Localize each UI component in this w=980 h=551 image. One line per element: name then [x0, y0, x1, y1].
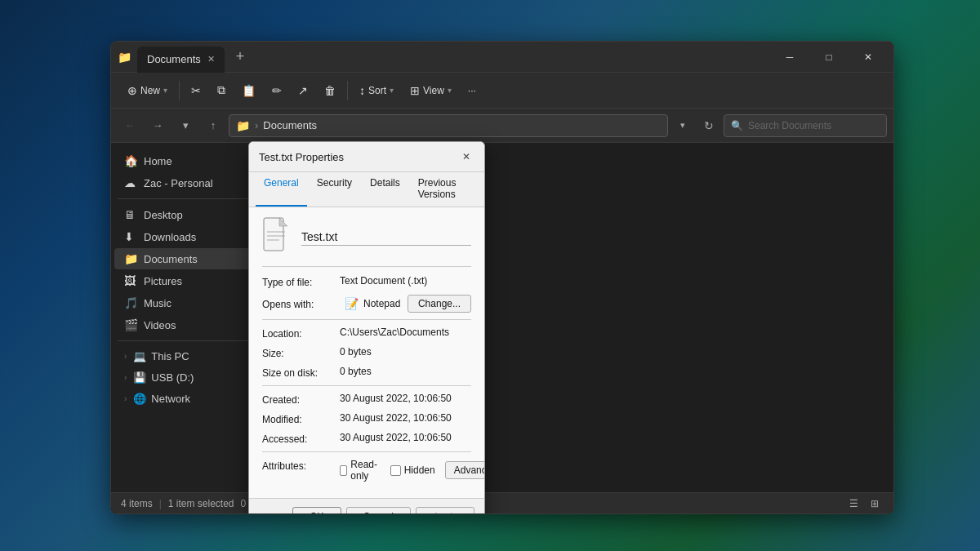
prop-row-created: Created: 30 August 2022, 10:06:50 — [262, 393, 471, 406]
dialog-content: Test.txt Type of file: Text Document (.t… — [249, 207, 484, 498]
hidden-label: Hidden — [404, 464, 435, 476]
attributes-row: Read-only Hidden Advanced... — [340, 459, 485, 482]
file-preview-icon — [262, 217, 292, 258]
explorer-window: 📁 Documents ✕ + ─ □ ✕ ⊕ New ▾ ✂ ⧉ 📋 ✏ — [110, 41, 894, 514]
attributes-label: Attributes: — [262, 459, 340, 472]
dialog-separator-3 — [262, 451, 471, 452]
prop-row-attributes: Attributes: Read-only Hidden Advanced... — [262, 459, 471, 482]
apply-button[interactable]: Apply — [416, 507, 474, 514]
dialog-separator-2 — [262, 385, 471, 386]
prop-row-modified: Modified: 30 August 2022, 10:06:50 — [262, 412, 471, 425]
prop-row-size: Size: 0 bytes — [262, 346, 471, 359]
cancel-button[interactable]: Cancel — [346, 507, 411, 514]
size-value: 0 bytes — [340, 346, 471, 358]
size-label: Size: — [262, 346, 340, 359]
type-value: Text Document (.txt) — [340, 275, 471, 287]
dialog-footer: OK Cancel Apply — [249, 498, 484, 514]
dialog-overlay: Test.txt Properties ✕ General Security D… — [111, 42, 893, 513]
file-name-display: Test.txt — [301, 230, 471, 246]
change-button[interactable]: Change... — [408, 295, 471, 313]
dialog-separator-1 — [262, 319, 471, 320]
tab-details[interactable]: Details — [362, 172, 408, 207]
accessed-label: Accessed: — [262, 432, 340, 445]
size-disk-value: 0 bytes — [340, 366, 471, 377]
dialog-titlebar: Test.txt Properties ✕ — [249, 142, 484, 172]
hidden-checkbox-label[interactable]: Hidden — [390, 464, 435, 476]
notepad-icon: 📝 — [345, 297, 359, 310]
readonly-label: Read-only — [350, 459, 380, 482]
properties-dialog: Test.txt Properties ✕ General Security D… — [248, 141, 485, 514]
modified-label: Modified: — [262, 412, 340, 425]
readonly-checkbox-label[interactable]: Read-only — [340, 459, 381, 482]
advanced-button[interactable]: Advanced... — [445, 461, 485, 479]
hidden-checkbox[interactable] — [390, 465, 401, 476]
tab-general[interactable]: General — [256, 172, 307, 207]
accessed-value: 30 August 2022, 10:06:50 — [340, 432, 471, 443]
location-value: C:\Users\Zac\Documents — [340, 327, 471, 338]
opens-with-row: Opens with: 📝 Notepad Change... — [262, 295, 471, 313]
dialog-close-button[interactable]: ✕ — [458, 149, 474, 165]
prop-row-accessed: Accessed: 30 August 2022, 10:06:50 — [262, 432, 471, 445]
location-label: Location: — [262, 327, 340, 340]
size-disk-label: Size on disk: — [262, 366, 340, 379]
readonly-checkbox[interactable] — [340, 465, 347, 476]
created-value: 30 August 2022, 10:06:50 — [340, 393, 471, 404]
prop-row-type: Type of file: Text Document (.txt) — [262, 275, 471, 288]
file-header: Test.txt — [262, 217, 471, 267]
opens-app: Notepad — [363, 298, 403, 309]
dialog-title: Test.txt Properties — [259, 151, 344, 163]
ok-button[interactable]: OK — [292, 507, 341, 514]
created-label: Created: — [262, 393, 340, 406]
prop-row-location: Location: C:\Users\Zac\Documents — [262, 327, 471, 340]
dialog-tabs: General Security Details Previous Versio… — [249, 172, 484, 207]
prop-row-size-disk: Size on disk: 0 bytes — [262, 366, 471, 379]
modified-value: 30 August 2022, 10:06:50 — [340, 412, 471, 424]
tab-previous-versions[interactable]: Previous Versions — [410, 172, 476, 207]
opens-label: Opens with: — [262, 297, 340, 310]
type-label: Type of file: — [262, 275, 340, 288]
tab-security[interactable]: Security — [309, 172, 360, 207]
